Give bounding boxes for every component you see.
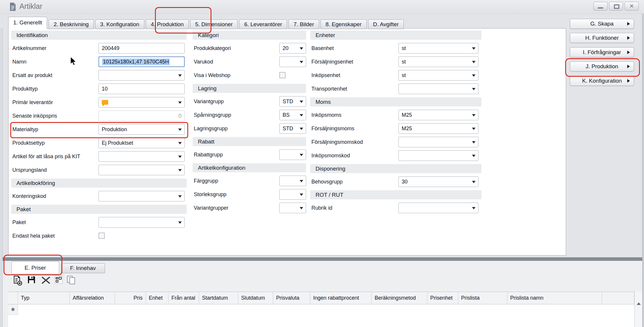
produkttyp-input[interactable]: 10 [99,84,185,94]
tab-f-innehav[interactable]: F. Innehav [61,263,105,273]
forsaljningsenhet-select[interactable]: st [398,56,478,67]
k-konfiguration-button[interactable]: K. Konfiguration [570,76,634,86]
price-grid-body[interactable]: ✱ [8,304,634,327]
produktsettyp-select[interactable]: Ej Produktset [99,138,185,148]
i-forfragningar-button[interactable]: I. Förfrågningar [570,47,634,57]
primar-leverantor-select[interactable] [99,97,185,108]
dropdown-arrow-icon [300,154,303,156]
lagringsgrupp-select[interactable]: STD [279,123,306,134]
form-row: Endast hela paket [11,229,187,243]
column-header-typ[interactable]: Typ [18,292,70,304]
tab-1-generellt[interactable]: 1. Generellt [8,17,47,29]
inkopsmomskod-select[interactable] [398,150,478,161]
select-value: STD [283,126,293,132]
column-header-prisvaluta[interactable]: Prisvaluta [273,292,310,304]
senaste-inkopspris-input[interactable]: 0 [99,111,185,121]
inkopsmoms-select[interactable]: M25 [398,110,478,120]
storleksgrupp-select[interactable] [279,189,306,200]
form-row: Storleksgrupp [193,188,306,201]
copy-icon[interactable] [67,276,77,286]
g-skapa-button[interactable]: G. Skapa [570,19,634,29]
paket-select[interactable] [99,217,185,228]
namn-input[interactable]: 10125x180x1,47 1670C45H [99,56,185,67]
column-header-affarsrelation[interactable]: Affärsrelation [70,292,115,304]
forsaljningsmomskod-select[interactable] [398,137,478,147]
dropdown-arrow-icon [472,61,476,63]
form-row: Rubrik id [310,201,481,215]
visa-i-webshop-checkbox[interactable] [279,72,286,78]
section-header-moms: Moms [310,97,481,106]
column-header-startdatum[interactable]: Startdatum [199,292,238,304]
field-label: Endast hela paket [12,229,55,243]
artikel-for-att-lasa-pris-pa-kit-select[interactable] [99,151,185,162]
produktkategori-select[interactable]: 20 [279,43,306,54]
input-value: 10125x180x1,47 1670C45H [102,59,170,65]
ursprungsland-select[interactable] [99,165,185,175]
dropdown-arrow-icon [178,142,182,144]
column-header-enhet[interactable]: Enhet [146,292,168,304]
forsaljningsmoms-select[interactable]: M25 [398,123,478,134]
tab-d-avgifter[interactable]: D. Avgifter [368,19,404,29]
endast-hela-paket-checkbox[interactable] [99,233,105,239]
tab-6-leverantorer[interactable]: 6. Leverantörer [239,19,287,29]
select-value: M25 [402,112,412,118]
dropdown-arrow-icon [300,61,303,63]
save-icon[interactable] [27,276,37,286]
field-label: Försäljningsmoms [311,122,354,135]
h-funktioner-button[interactable]: H. Funktioner [570,33,634,43]
dropdown-arrow-icon [472,47,476,50]
rubrik-id-select[interactable] [398,203,478,213]
close-icon: ✕ [625,2,638,10]
rabattgrupp-select[interactable] [279,149,306,160]
minimize-button[interactable] [593,2,608,11]
tab-8-egenskaper[interactable]: 8. Egenskaper [321,19,367,29]
column-header-prisenhet[interactable]: Prisenhet [427,292,458,304]
column-header-prislista[interactable]: Prislista [458,292,507,304]
dropdown-arrow-icon [300,114,303,116]
dropdown-arrow-icon [300,128,303,130]
varukod-select[interactable] [279,56,306,67]
konteringskod-select[interactable] [99,191,185,201]
inkopsenhet-select[interactable]: st [398,70,478,81]
maximize-button[interactable] [609,2,623,11]
column-header-blank [8,292,18,304]
ersatt-av-produkt-select[interactable] [99,70,185,81]
column-header-berakningsmetod[interactable]: Beräkningsmetod [372,292,427,304]
arrow-right-icon [627,22,630,26]
basenhet-select[interactable]: st [398,43,478,54]
farggrupp-select[interactable] [279,176,306,186]
variantgrupp-select[interactable]: STD [279,96,306,107]
tab-7-bilder[interactable]: 7. Bilder [288,19,319,29]
tab-2-beskrivning[interactable]: 2. Beskrivning [49,19,94,29]
grid-scrollbar[interactable] [634,292,643,327]
column-header-slutdatum[interactable]: Slutdatum [238,292,273,304]
select-value: BS [283,112,290,118]
section-header-lagring: Lagring [193,84,306,93]
column-header-pris[interactable]: Pris [115,292,146,304]
dropdown-arrow-icon [300,193,303,196]
new-record-icon[interactable] [13,276,23,286]
scroll-up-icon[interactable] [637,302,641,305]
form-row: Försäljningsmomskod [310,135,481,149]
field-label: Variantgrupper [194,201,228,215]
button-label: G. Skapa [570,19,634,29]
column-header-prislista-namn[interactable]: Prislista namn [507,292,602,304]
artikelnummer-input[interactable]: 200449 [99,43,185,54]
tab-3-konfiguration[interactable]: 3. Konfiguration [95,19,144,29]
delete-icon[interactable] [41,276,51,287]
close-button[interactable]: ✕ [625,2,639,11]
column-header-ingen-rabattprocent[interactable]: Ingen rabattprocent [310,292,372,304]
sparningsgrupp-select[interactable]: BS [279,110,306,120]
dropdown-arrow-icon [472,141,476,144]
field-label: Ursprungsland [12,163,47,177]
annotation-e-priser-tab [4,255,62,275]
form-row: Rabattgrupp [193,148,306,161]
splitter-bar[interactable] [2,257,643,261]
column-header-fran-antal[interactable]: Från antal [168,292,199,304]
paste-icon[interactable] [54,276,64,286]
variantgrupper-select[interactable] [279,203,306,213]
behovsgrupp-select[interactable]: 30 [398,176,478,187]
transportenhet-select[interactable] [398,84,478,94]
dropdown-arrow-icon [472,88,476,90]
field-label: Senaste inköpspris [12,109,57,123]
